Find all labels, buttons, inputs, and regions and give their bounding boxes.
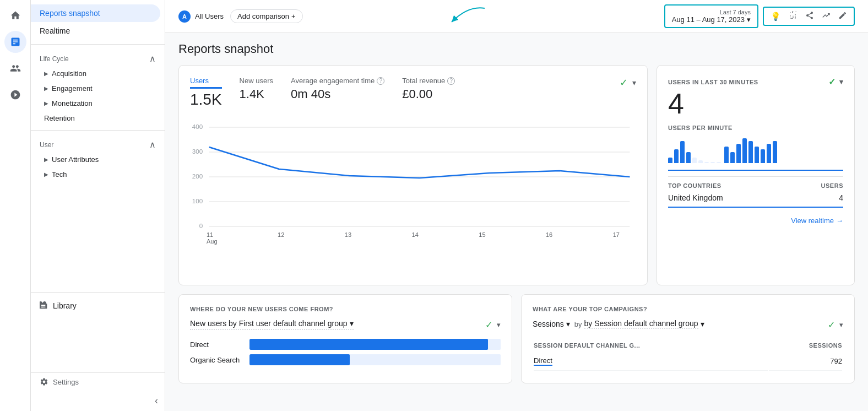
sidebar-item-reports-snapshot[interactable]: Reports snapshot xyxy=(31,4,160,22)
campaign-row-direct: Direct 792 xyxy=(534,352,842,371)
users-per-minute-label: USERS PER MINUTE xyxy=(668,125,843,131)
users-per-minute-chart xyxy=(668,136,843,163)
bar-mini-17 xyxy=(767,144,771,163)
sessions-channel-label[interactable]: by Session default channel group xyxy=(584,319,698,329)
x-label-17: 17 xyxy=(613,231,620,245)
bar-mini-2 xyxy=(674,149,679,163)
engagement-info-icon[interactable]: ? xyxy=(377,77,384,85)
new-users-card: WHERE DO YOUR NEW USERS COME FROM? New u… xyxy=(178,294,512,383)
home-icon[interactable] xyxy=(4,4,26,26)
x-label-15: 15 xyxy=(479,231,485,245)
country-row-uk[interactable]: United Kingdom 4 xyxy=(668,189,843,208)
metric-actions: ✓ ▾ xyxy=(620,77,636,89)
revenue-info-icon[interactable]: ? xyxy=(447,77,455,85)
bar-mini-12 xyxy=(736,144,741,163)
new-users-dropdown-icon[interactable]: ▾ xyxy=(497,321,501,329)
settings-item[interactable]: Settings xyxy=(31,373,165,391)
svg-text:0: 0 xyxy=(199,223,203,229)
top-countries-header: TOP COUNTRIES USERS xyxy=(668,176,843,189)
user-collapse-icon[interactable]: ∧ xyxy=(149,139,156,150)
analytics-icon[interactable] xyxy=(4,31,26,53)
bar-mini-4 xyxy=(686,152,691,163)
new-users-subtitle[interactable]: New users by First user default channel … xyxy=(190,319,354,330)
people-icon[interactable] xyxy=(4,57,26,79)
library-item[interactable]: Library xyxy=(31,297,165,315)
campaigns-subtitle[interactable]: Sessions ▾ by by Session default channel… xyxy=(533,319,704,330)
sessions-dropdown-icon[interactable]: ▾ xyxy=(566,320,570,328)
col-sessions: SESSIONS xyxy=(769,340,842,351)
view-realtime-link[interactable]: View realtime → xyxy=(668,217,843,225)
new-users-check-icon: ✓ xyxy=(485,320,492,330)
country-count-uk: 4 xyxy=(839,193,843,202)
campaigns-table: SESSION DEFAULT CHANNEL G... SESSIONS Di… xyxy=(533,339,843,372)
date-range-selector[interactable]: Last 7 days Aug 11 – Aug 17, 2023 ▾ xyxy=(664,4,758,28)
new-users-bar-chart: Direct Organic Search xyxy=(190,339,501,365)
edit-icon[interactable] xyxy=(838,11,847,21)
share-icon[interactable] xyxy=(805,11,814,21)
realtime-dropdown-icon[interactable]: ▾ xyxy=(839,78,844,86)
campaigns-subtitle-row: Sessions ▾ by by Session default channel… xyxy=(533,319,843,330)
realtime-divider xyxy=(668,170,843,171)
lifecycle-section-header: Life Cycle ∧ xyxy=(31,49,165,66)
bar-track-organic xyxy=(249,354,501,365)
bar-fill-organic xyxy=(249,354,350,365)
engagement-chevron: ▶ xyxy=(44,85,48,91)
settings-icon xyxy=(40,377,48,386)
date-range-value: Aug 11 – Aug 17, 2023 xyxy=(672,15,745,24)
bar-mini-15 xyxy=(755,147,759,163)
lightbulb-icon[interactable]: 💡 xyxy=(771,12,781,21)
svg-text:300: 300 xyxy=(192,149,203,155)
target-icon[interactable] xyxy=(4,84,26,106)
add-icon: + xyxy=(291,12,296,20)
campaigns-dropdown-icon[interactable]: ▾ xyxy=(839,321,843,329)
bar-mini-6 xyxy=(698,160,703,163)
bar-mini-11 xyxy=(730,152,735,163)
customize-icon[interactable] xyxy=(789,11,798,21)
bar-fill-direct xyxy=(249,339,488,350)
subtitle-dropdown-icon[interactable]: ▾ xyxy=(350,319,354,328)
campaigns-card-actions: ✓ ▾ xyxy=(828,320,843,330)
metric-new-users[interactable]: New users 1.4K xyxy=(240,77,273,101)
sidebar-item-acquisition[interactable]: ▶ Acquisition xyxy=(31,66,165,81)
bar-track-direct xyxy=(249,339,501,350)
bar-mini-13 xyxy=(742,138,747,163)
campaigns-section-title: WHAT ARE YOUR TOP CAMPAIGNS? xyxy=(533,306,843,312)
topbar: A All Users Add comparison + Last 7 days… xyxy=(165,0,868,33)
sidebar-item-realtime[interactable]: Realtime xyxy=(31,22,165,40)
metric-revenue[interactable]: Total revenue ? £0.00 xyxy=(402,77,455,101)
sidebar-item-user-attributes[interactable]: ▶ User Attributes xyxy=(31,152,165,167)
metric-users[interactable]: Users 1.5K xyxy=(190,77,222,109)
bar-label-organic: Organic Search xyxy=(190,356,245,364)
channel-dropdown-icon[interactable]: ▾ xyxy=(701,320,704,328)
sidebar-item-tech[interactable]: ▶ Tech xyxy=(31,167,165,182)
new-users-section-title: WHERE DO YOUR NEW USERS COME FROM? xyxy=(190,306,501,312)
metric-engagement[interactable]: Average engagement time ? 0m 40s xyxy=(291,77,384,101)
bar-label-direct: Direct xyxy=(190,340,245,349)
metric-revenue-value: £0.00 xyxy=(402,87,455,101)
realtime-check-icon: ✓ xyxy=(828,77,836,87)
arrow-annotation xyxy=(441,3,496,30)
metric-users-value: 1.5K xyxy=(190,91,222,109)
bar-mini-18 xyxy=(773,141,777,163)
sidebar-item-retention[interactable]: Retention xyxy=(31,111,165,126)
x-label-11: 11Aug xyxy=(207,231,218,245)
new-users-card-actions: ✓ ▾ xyxy=(485,320,501,330)
campaign-name-direct[interactable]: Direct xyxy=(534,356,552,366)
bar-mini-5 xyxy=(692,158,697,163)
realtime-card: USERS IN LAST 30 MINUTES ✓ ▾ 4 USERS PER… xyxy=(657,65,855,285)
realtime-count: 4 xyxy=(668,89,843,118)
x-label-14: 14 xyxy=(412,231,419,245)
bar-mini-7 xyxy=(704,162,709,163)
x-label-13: 13 xyxy=(345,231,351,245)
trending-icon[interactable] xyxy=(822,11,831,21)
monetization-chevron: ▶ xyxy=(44,100,48,106)
metric-dropdown-icon[interactable]: ▾ xyxy=(632,78,636,87)
sidebar-item-monetization[interactable]: ▶ Monetization xyxy=(31,96,165,111)
date-dropdown-icon[interactable]: ▾ xyxy=(747,15,751,24)
lifecycle-collapse-icon[interactable]: ∧ xyxy=(149,53,156,64)
metric-check-icon: ✓ xyxy=(620,77,628,89)
collapse-sidebar-button[interactable]: ‹ xyxy=(31,391,165,411)
sidebar-item-engagement[interactable]: ▶ Engagement xyxy=(31,81,165,96)
add-comparison-button[interactable]: Add comparison + xyxy=(230,9,303,23)
metric-new-users-value: 1.4K xyxy=(240,87,273,101)
